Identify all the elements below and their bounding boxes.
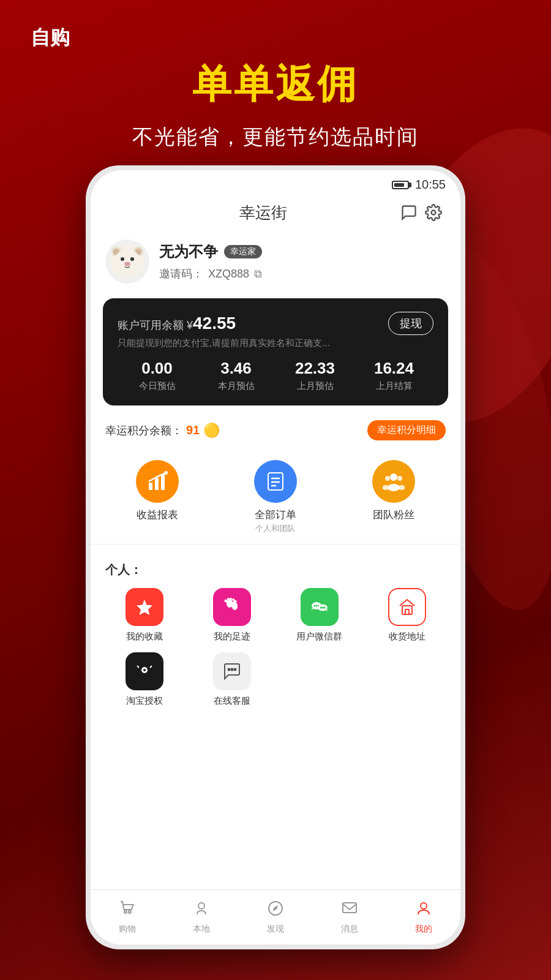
points-row: 幸运积分余额： 91 🟡 幸运积分明细 [91,410,460,450]
app-header: 幸运街 [91,195,460,235]
svg-point-18 [390,473,397,481]
svg-point-8 [130,257,134,261]
withdraw-button[interactable]: 提现 [388,312,433,335]
service-label: 在线客服 [214,695,250,707]
svg-point-38 [321,607,323,609]
local-label: 本地 [193,924,210,935]
nav-item-messages[interactable]: 消息 [312,900,386,935]
app-title: 幸运街 [130,202,397,224]
service-icon [213,652,251,690]
stat-last-month: 22.33 上月预估 [276,359,354,392]
stat-settlement-label: 上月结算 [354,380,433,392]
header-area: 自购 单单返佣 不光能省，更能节约选品时间 [0,0,551,170]
wechat-label: 用户微信群 [296,631,342,643]
svg-marker-53 [273,905,278,911]
menu-item-earnings[interactable]: 收益报表 [136,460,179,534]
stat-month-value: 3.46 [197,359,276,378]
address-label: 收货地址 [389,631,425,643]
stat-month-label: 本月预估 [197,380,276,392]
balance-title-row: 账户可用余额 ¥42.55 提现 [118,312,433,335]
stat-month: 3.46 本月预估 [197,359,276,392]
invite-code-row: 邀请码： XZQ888 ⧉ [159,266,446,281]
svg-rect-12 [161,474,165,490]
taobao-label: 淘宝授权 [126,695,163,707]
sub-title: 不光能省，更能节约选品时间 [31,123,520,151]
placeholder-left [105,200,130,225]
menu-item-orders[interactable]: 全部订单 个人和团队 [254,460,297,534]
svg-point-31 [233,600,236,603]
team-label: 团队粉丝 [373,508,414,522]
personal-icon-grid: 我的收藏 我的足迹 [105,588,446,707]
orders-sublabel: 个人和团队 [255,523,295,534]
discover-label: 发现 [267,924,284,935]
local-icon [193,900,210,921]
settings-icon[interactable] [421,200,446,225]
svg-point-33 [313,605,315,607]
bottom-nav: 购物 本地 发现 [91,889,460,944]
invite-label: 邀请码： [159,266,203,281]
self-buy-label: 自购 [31,24,520,51]
svg-point-22 [397,476,402,481]
menu-item-team[interactable]: 团队粉丝 [372,460,415,534]
balance-note: 只能提现到您的支付宝,请提前用真实姓名和正确支... [118,337,433,349]
user-name: 无为不争 [159,242,218,262]
balance-label: 账户可用余额 ¥ [118,319,193,331]
svg-marker-24 [137,600,152,615]
svg-point-48 [234,669,236,671]
svg-point-46 [228,669,230,671]
nav-item-mine[interactable]: 我的 [386,900,460,935]
user-info: 无为不争 幸运家 邀请码： XZQ888 ⧉ [159,242,446,281]
grid-item-taobao[interactable]: 淘宝授权 [105,652,183,707]
mine-label: 我的 [415,924,432,935]
svg-rect-41 [405,609,409,614]
wechat-icon [301,588,339,626]
svg-line-45 [150,666,152,668]
personal-section-title: 个人： [105,562,446,578]
svg-rect-11 [155,478,159,490]
taobao-icon [126,652,163,690]
mine-icon [415,900,432,921]
svg-point-7 [121,257,124,261]
points-detail-button[interactable]: 幸运积分明细 [367,420,446,440]
avatar [105,239,149,284]
copy-icon[interactable]: ⧉ [254,268,262,281]
orders-label: 全部订单 [255,508,296,522]
nav-item-local[interactable]: 本地 [165,900,239,935]
stat-settlement-value: 16.24 [354,359,433,378]
stat-today: 0.00 今日预估 [118,359,197,392]
points-coin-icon: 🟡 [203,423,220,439]
stat-today-label: 今日预估 [118,380,197,392]
nav-item-shop[interactable]: 购物 [91,900,165,935]
earnings-icon [136,460,179,503]
favorites-icon [126,588,163,626]
shop-label: 购物 [119,924,136,935]
message-icon[interactable] [397,200,421,225]
invite-code-value: XZQ888 [208,268,249,281]
footprint-icon [213,588,251,626]
svg-line-44 [137,666,139,668]
grid-item-service[interactable]: 在线客服 [193,652,271,707]
main-title: 单单返佣 [31,58,520,111]
messages-icon [341,900,358,921]
team-icon [372,460,415,503]
points-label: 幸运积分余额： 91 🟡 [105,423,220,439]
user-profile: 无为不争 幸运家 邀请码： XZQ888 ⧉ [91,235,460,293]
status-bar: 10:55 [91,170,460,195]
stat-today-value: 0.00 [118,359,197,378]
svg-point-43 [143,669,146,671]
stat-last-month-value: 22.33 [276,359,354,378]
grid-item-wechat[interactable]: 用户微信群 [280,588,358,643]
stat-settlement: 16.24 上月结算 [354,359,433,392]
balance-title-text: 账户可用余额 ¥42.55 [118,314,236,333]
grid-item-favorites[interactable]: 我的收藏 [105,588,183,643]
favorites-label: 我的收藏 [126,631,163,643]
svg-point-29 [230,598,232,600]
grid-item-address[interactable]: 收货地址 [368,588,446,643]
nav-item-discover[interactable]: 发现 [239,900,313,935]
battery-icon [392,181,409,189]
footprint-label: 我的足迹 [214,631,250,643]
address-icon [388,588,426,626]
phone-inner: 10:55 幸运街 [91,170,460,944]
svg-point-0 [432,211,436,215]
grid-item-footprint[interactable]: 我的足迹 [193,588,271,643]
